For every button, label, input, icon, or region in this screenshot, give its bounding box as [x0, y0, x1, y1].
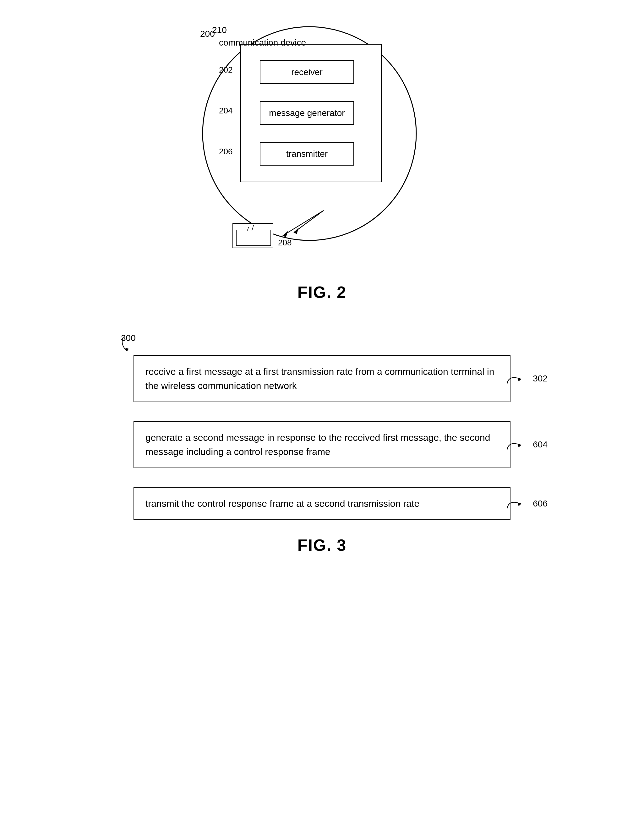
fig2-section: receiver message generator transmitter 2… — [0, 0, 644, 314]
fig3-section: 300 receive a first message at a first t… — [0, 314, 644, 573]
flowchart-container: 300 receive a first message at a first t… — [102, 333, 542, 520]
page-container: receiver message generator transmitter 2… — [0, 0, 644, 821]
flow-block-2-text: generate a second message in response to… — [146, 432, 490, 457]
block3-wrapper: transmit the control response frame at a… — [133, 487, 511, 520]
flowchart-ref-container: 300 — [102, 333, 542, 352]
flow-block-1-text: receive a first message at a first trans… — [146, 366, 494, 391]
ref-arrow-svg — [120, 337, 151, 354]
transmitter-label: transmitter — [286, 149, 328, 159]
svg-marker-9 — [517, 378, 521, 381]
ref-arrow-1 — [506, 373, 531, 385]
connector-1 — [322, 402, 322, 421]
transmitter-ref: 206 — [219, 147, 233, 157]
comm-device-box: receiver message generator transmitter 2… — [240, 44, 382, 182]
receiver-ref: 202 — [219, 65, 233, 75]
comm-device-label: communication device — [219, 38, 306, 48]
small-device-ref: 208 — [278, 238, 291, 248]
svg-rect-5 — [236, 230, 271, 246]
fig2-caption: FIG. 2 — [297, 283, 347, 302]
connector-2 — [322, 468, 322, 487]
receiver-box: receiver — [260, 60, 354, 84]
circle-ref: 210 — [212, 25, 227, 35]
ref-arrow-3 — [506, 498, 531, 510]
ref-arrow-2 — [506, 439, 531, 451]
flow-block-3: transmit the control response frame at a… — [133, 487, 511, 520]
msg-gen-ref: 204 — [219, 106, 233, 116]
flow-block-1: receive a first message at a first trans… — [133, 355, 511, 402]
flow-block-3-ref: 606 — [506, 497, 548, 510]
flow-block-3-text: transmit the control response frame at a… — [146, 498, 419, 509]
receiver-label: receiver — [291, 67, 323, 77]
fig2-diagram: receiver message generator transmitter 2… — [181, 19, 463, 276]
flow-block-1-ref: 302 — [506, 372, 548, 385]
block1-wrapper: receive a first message at a first trans… — [133, 355, 511, 402]
svg-marker-11 — [517, 502, 521, 506]
small-device-box — [233, 223, 273, 248]
fig3-caption: FIG. 3 — [297, 536, 347, 554]
flow-block-2: generate a second message in response to… — [133, 421, 511, 468]
block2-wrapper: generate a second message in response to… — [133, 421, 511, 468]
flow-block-2-ref: 604 — [506, 438, 548, 451]
msg-gen-box: message generator — [260, 101, 354, 125]
msg-gen-label: message generator — [269, 108, 345, 118]
transmitter-box: transmitter — [260, 142, 354, 166]
svg-marker-10 — [517, 443, 521, 447]
